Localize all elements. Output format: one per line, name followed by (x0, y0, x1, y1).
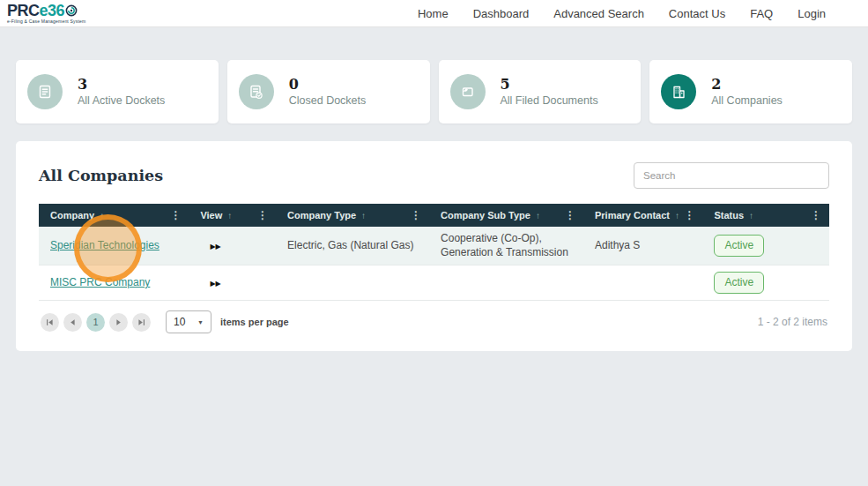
pagination-range-label: 1 - 2 of 2 items (758, 316, 827, 328)
column-label: Status (714, 210, 744, 221)
table-row: MISC PRC Company ▶▶ Active (39, 265, 829, 301)
stat-card-closed-dockets[interactable]: 0 Closed Dockets (227, 60, 430, 123)
column-menu-icon[interactable]: ⋮ (682, 209, 696, 221)
logo-e36-text: e36 (40, 4, 65, 18)
cell-view: ▶▶ (189, 271, 276, 295)
sort-asc-icon: ↑ (100, 211, 104, 221)
view-expand-icon[interactable]: ▶▶ (210, 243, 220, 250)
logo-swirl-icon (65, 4, 78, 17)
stat-value: 2 (711, 78, 783, 92)
stat-value: 3 (78, 78, 165, 92)
stat-label: All Companies (711, 94, 783, 107)
stat-label: All Active Dockets (78, 94, 165, 107)
cell-status: Active (702, 229, 829, 263)
stat-card-all-companies[interactable]: 2 All Companies (649, 60, 852, 123)
next-page-button[interactable] (109, 313, 128, 332)
column-menu-icon[interactable]: ⋮ (409, 209, 423, 221)
column-menu-icon[interactable]: ⋮ (563, 209, 577, 221)
sort-asc-icon: ↑ (536, 211, 540, 221)
sort-asc-icon: ↑ (227, 211, 232, 221)
stat-label: All Filed Documents (501, 94, 598, 107)
column-menu-icon[interactable]: ⋮ (809, 209, 823, 221)
previous-page-button[interactable] (63, 313, 82, 332)
company-link[interactable]: MISC PRC Company (50, 276, 150, 288)
stat-card-all-filed-documents[interactable]: 5 All Filed Documents (439, 60, 642, 123)
items-per-page-label: items per page (220, 317, 289, 327)
column-menu-icon[interactable]: ⋮ (168, 209, 182, 221)
first-page-button[interactable] (41, 313, 59, 332)
nav-contact-us[interactable]: Contact Us (669, 7, 725, 20)
stat-value: 0 (289, 78, 367, 92)
app-logo-tagline: e-Filing & Case Management System (7, 19, 85, 24)
stats-row: 3 All Active Dockets 0 Closed Dockets (0, 60, 868, 123)
table-row: Speridian Technologies ▶▶ Electric, Gas … (39, 227, 829, 265)
view-expand-icon[interactable]: ▶▶ (210, 280, 220, 288)
document-check-icon (239, 74, 274, 109)
cell-view: ▶▶ (189, 234, 276, 258)
pagination-bar: 1 10 ▼ items per page 1 - 2 of 2 items (39, 301, 829, 335)
stat-text: 2 All Companies (711, 78, 783, 107)
stat-text: 5 All Filed Documents (501, 78, 598, 107)
column-label: View (200, 210, 222, 221)
main-nav: Home Dashboard Advanced Search Contact U… (418, 7, 826, 20)
nav-faq[interactable]: FAQ (750, 7, 773, 20)
column-label: Primary Contact (595, 210, 670, 221)
cell-company-sub-type (429, 278, 583, 288)
column-header-company-sub-type[interactable]: Company Sub Type ↑ ⋮ (429, 204, 583, 227)
column-header-status[interactable]: Status ↑ ⋮ (702, 204, 829, 227)
stat-value: 5 (501, 78, 598, 92)
building-icon (661, 74, 696, 109)
app-logo-wordmark: PRCe36 (7, 4, 85, 18)
stat-label: Closed Dockets (289, 94, 367, 107)
nav-login[interactable]: Login (798, 7, 826, 20)
cell-company-type: Electric, Gas (Natural Gas) (276, 234, 429, 258)
column-label: Company Sub Type (441, 210, 530, 221)
column-label: Company (50, 210, 94, 221)
cell-company: Speridian Technologies (39, 234, 189, 258)
column-header-primary-contact[interactable]: Primary Contact ↑ ⋮ (583, 204, 702, 227)
stat-card-all-active-dockets[interactable]: 3 All Active Dockets (16, 60, 219, 123)
document-lines-icon (27, 74, 63, 109)
company-link[interactable]: Speridian Technologies (50, 239, 160, 251)
status-badge: Active (714, 272, 764, 295)
status-badge: Active (714, 235, 764, 258)
stat-text: 0 Closed Dockets (289, 78, 367, 107)
column-header-company-type[interactable]: Company Type ↑ ⋮ (276, 204, 429, 227)
page-size-dropdown[interactable]: 10 ▼ (166, 310, 211, 333)
nav-dashboard[interactable]: Dashboard (473, 7, 530, 20)
cell-company-type (276, 278, 429, 288)
top-navigation-bar: PRCe36 e-Filing & Case Management System… (0, 0, 868, 27)
all-companies-panel: All Companies Company ↑ ⋮ View ↑ ⋮ Compa… (16, 141, 852, 351)
app-logo[interactable]: PRCe36 e-Filing & Case Management System (7, 4, 85, 24)
logo-prc-text: PRC (7, 4, 40, 18)
page-title: All Companies (39, 167, 163, 184)
sort-asc-icon: ↑ (749, 211, 753, 221)
column-label: Company Type (287, 210, 356, 221)
sort-asc-icon: ↑ (361, 211, 366, 221)
nav-advanced-search[interactable]: Advanced Search (553, 7, 644, 20)
companies-table: Company ↑ ⋮ View ↑ ⋮ Company Type ↑ ⋮ Co… (39, 204, 829, 335)
page-number-button[interactable]: 1 (86, 313, 105, 332)
search-input[interactable] (634, 162, 829, 189)
cell-company: MISC PRC Company (39, 271, 189, 295)
panel-header: All Companies (39, 162, 829, 189)
stat-text: 3 All Active Dockets (78, 78, 165, 107)
cell-company-sub-type: Cooperative (Co-Op), Generation & Transm… (429, 227, 583, 265)
filed-document-icon (450, 74, 486, 109)
cell-status: Active (702, 266, 829, 300)
chevron-down-icon: ▼ (197, 319, 204, 325)
column-header-view[interactable]: View ↑ ⋮ (189, 204, 276, 227)
page-size-value: 10 (174, 316, 185, 328)
last-page-button[interactable] (132, 313, 151, 332)
table-header-row: Company ↑ ⋮ View ↑ ⋮ Company Type ↑ ⋮ Co… (39, 204, 829, 227)
column-menu-icon[interactable]: ⋮ (256, 209, 270, 221)
cell-primary-contact: Adithya S (583, 234, 702, 258)
sort-asc-icon: ↑ (675, 211, 679, 221)
cell-primary-contact (583, 278, 702, 288)
nav-home[interactable]: Home (418, 7, 449, 20)
column-header-company[interactable]: Company ↑ ⋮ (39, 204, 189, 227)
